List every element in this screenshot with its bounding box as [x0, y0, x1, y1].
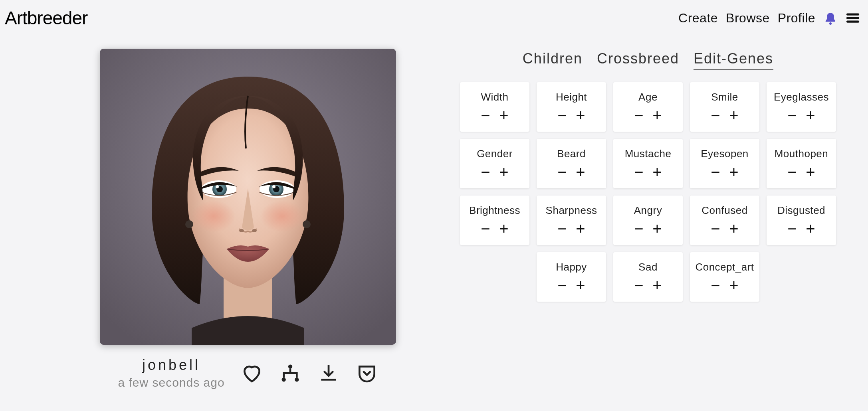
- plus-icon[interactable]: +: [497, 164, 511, 180]
- minus-icon[interactable]: −: [708, 107, 723, 123]
- plus-icon[interactable]: +: [650, 277, 664, 293]
- minus-icon[interactable]: −: [478, 164, 493, 180]
- nav-browse[interactable]: Browse: [726, 11, 770, 26]
- gene-card-smile: Smile−+: [690, 82, 759, 132]
- gene-controls: −+: [708, 221, 741, 237]
- tab-crossbreed[interactable]: Crossbreed: [597, 50, 679, 70]
- nav-create[interactable]: Create: [678, 11, 718, 26]
- plus-icon[interactable]: +: [727, 164, 741, 180]
- plus-icon[interactable]: +: [573, 221, 588, 237]
- gene-label: Age: [638, 91, 658, 103]
- gene-controls: −+: [555, 277, 588, 293]
- plus-icon[interactable]: +: [573, 164, 588, 180]
- gene-label: Beard: [557, 148, 586, 160]
- plus-icon[interactable]: +: [803, 164, 818, 180]
- minus-icon[interactable]: −: [632, 164, 646, 180]
- minus-icon[interactable]: −: [555, 164, 569, 180]
- plus-icon[interactable]: +: [650, 164, 664, 180]
- tab-children[interactable]: Children: [523, 50, 583, 70]
- plus-icon[interactable]: +: [803, 221, 818, 237]
- gene-card-width: Width−+: [460, 82, 529, 132]
- minus-icon[interactable]: −: [708, 164, 723, 180]
- save-pocket-icon[interactable]: [356, 362, 378, 384]
- gene-label: Disgusted: [777, 204, 825, 217]
- mode-tabs: Children Crossbreed Edit-Genes: [444, 50, 852, 70]
- plus-icon[interactable]: +: [497, 221, 511, 237]
- svg-point-6: [192, 200, 236, 232]
- tab-edit-genes[interactable]: Edit-Genes: [694, 50, 773, 70]
- gene-card-disgusted: Disgusted−+: [767, 196, 836, 245]
- gene-controls: −+: [785, 164, 818, 180]
- gene-controls: −+: [555, 221, 588, 237]
- svg-point-17: [252, 229, 257, 232]
- heart-icon[interactable]: [241, 362, 263, 384]
- portrait-illustration: [100, 49, 396, 345]
- minus-icon[interactable]: −: [708, 277, 723, 293]
- gene-controls: −+: [632, 221, 664, 237]
- gene-card-height: Height−+: [537, 82, 606, 132]
- gene-card-sad: Sad−+: [613, 252, 683, 302]
- plus-icon[interactable]: +: [573, 107, 588, 123]
- gene-controls: −+: [708, 164, 741, 180]
- username[interactable]: jonbell: [118, 357, 224, 373]
- gene-controls: −+: [555, 164, 588, 180]
- minus-icon[interactable]: −: [478, 221, 493, 237]
- plus-icon[interactable]: +: [727, 221, 741, 237]
- nav-profile[interactable]: Profile: [778, 11, 815, 26]
- minus-icon[interactable]: −: [555, 277, 569, 293]
- minus-icon[interactable]: −: [555, 221, 569, 237]
- minus-icon[interactable]: −: [632, 277, 646, 293]
- gene-controls: −+: [478, 107, 511, 123]
- svg-point-0: [829, 22, 832, 25]
- gene-card-eyesopen: Eyesopen−+: [690, 139, 759, 188]
- gene-label: Mouthopen: [775, 148, 828, 160]
- main-content: jonbell a few seconds ago: [0, 33, 868, 389]
- minus-icon[interactable]: −: [555, 107, 569, 123]
- logo[interactable]: Artbreeder: [5, 7, 87, 29]
- minus-icon[interactable]: −: [708, 221, 723, 237]
- svg-point-19: [303, 220, 311, 228]
- plus-icon[interactable]: +: [727, 277, 741, 293]
- hamburger-menu-icon[interactable]: [846, 11, 860, 25]
- gene-controls: −+: [785, 107, 818, 123]
- svg-point-16: [239, 229, 244, 232]
- image-meta-text: jonbell a few seconds ago: [118, 357, 224, 389]
- minus-icon[interactable]: −: [785, 164, 799, 180]
- gene-card-age: Age−+: [613, 82, 683, 132]
- gene-controls: −+: [708, 277, 741, 293]
- gene-controls: −+: [478, 164, 511, 180]
- plus-icon[interactable]: +: [497, 107, 511, 123]
- plus-icon[interactable]: +: [650, 107, 664, 123]
- gene-controls: −+: [632, 107, 664, 123]
- plus-icon[interactable]: +: [573, 277, 588, 293]
- lineage-icon[interactable]: [279, 362, 301, 384]
- gene-label: Sharpness: [546, 204, 597, 217]
- gene-label: Happy: [556, 261, 587, 273]
- gene-card-mouthopen: Mouthopen−+: [767, 139, 836, 188]
- svg-point-20: [288, 365, 292, 369]
- gene-label: Confused: [702, 204, 747, 217]
- download-icon[interactable]: [317, 362, 340, 384]
- minus-icon[interactable]: −: [785, 221, 799, 237]
- gene-card-mustache: Mustache−+: [613, 139, 683, 188]
- plus-icon[interactable]: +: [650, 221, 664, 237]
- minus-icon[interactable]: −: [632, 107, 646, 123]
- generated-image[interactable]: [100, 49, 396, 345]
- gene-label: Sad: [638, 261, 658, 273]
- image-actions: [241, 362, 378, 384]
- notifications-icon[interactable]: [823, 12, 838, 26]
- gene-controls: −+: [632, 277, 664, 293]
- gene-label: Concept_art: [695, 261, 754, 273]
- plus-icon[interactable]: +: [727, 107, 741, 123]
- minus-icon[interactable]: −: [785, 107, 799, 123]
- minus-icon[interactable]: −: [632, 221, 646, 237]
- gene-label: Smile: [711, 91, 738, 103]
- minus-icon[interactable]: −: [478, 107, 493, 123]
- plus-icon[interactable]: +: [803, 107, 818, 123]
- svg-point-14: [216, 185, 219, 188]
- image-column: jonbell a few seconds ago: [100, 49, 396, 389]
- gene-controls: −+: [785, 221, 818, 237]
- gene-controls: −+: [478, 221, 511, 237]
- nav-right: Create Browse Profile: [678, 11, 860, 26]
- gene-label: Height: [556, 91, 587, 103]
